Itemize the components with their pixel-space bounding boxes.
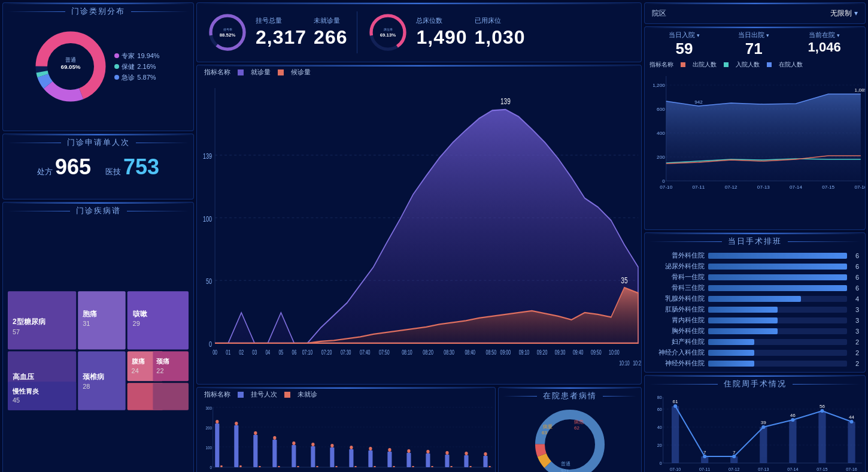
svg-text:09:10: 09:10 <box>519 349 530 356</box>
svg-text:07:30: 07:30 <box>341 349 351 356</box>
svg-text:28: 28 <box>83 383 90 390</box>
svg-rect-136 <box>450 466 453 467</box>
surgery-bar-fill <box>708 307 778 313</box>
svg-rect-100 <box>278 466 280 467</box>
waiting-legend-sq <box>278 69 284 75</box>
svg-text:07:40: 07:40 <box>360 349 371 356</box>
surgery-bar-bg <box>708 307 847 313</box>
legend-health-dot <box>114 64 119 69</box>
svg-text:88.52%: 88.52% <box>220 32 236 38</box>
admit-trend-label: 入院人数 <box>736 60 760 69</box>
registration-gauge-section: 挂号率 88.52% 挂号总量 2,317 未就诊量 266 <box>197 11 357 53</box>
svg-text:0: 0 <box>209 340 212 348</box>
discharge-label[interactable]: 当日出院 <box>738 31 769 40</box>
svg-text:300: 300 <box>206 406 213 410</box>
svg-text:08:20: 08:20 <box>423 349 433 356</box>
svg-rect-88 <box>220 465 223 467</box>
svg-text:病危: 病危 <box>574 419 584 425</box>
region-selector[interactable]: 无限制 ▾ <box>830 8 858 19</box>
surgery-row: 泌尿外科住院 6 <box>651 262 859 271</box>
svg-text:62: 62 <box>574 425 579 431</box>
svg-text:942: 942 <box>694 99 703 105</box>
svg-rect-124 <box>393 466 395 467</box>
svg-point-93 <box>235 422 238 425</box>
svg-rect-104 <box>297 466 299 467</box>
surgery-value: 2 <box>851 349 859 356</box>
svg-rect-116 <box>354 466 357 467</box>
surgery-value: 6 <box>851 263 859 270</box>
admit-label[interactable]: 当日入院 <box>669 31 700 40</box>
surgery-row: 乳腺外科住院 4 <box>651 294 859 303</box>
surgery-value: 6 <box>851 285 859 292</box>
discharge-sq <box>681 62 685 67</box>
medical-value: 753 <box>123 155 159 180</box>
main-chart-legend: 指标名称 就诊量 候诊量 <box>197 65 641 79</box>
visit-legend-label: 就诊量 <box>251 68 271 77</box>
surgery-name: 乳腺外科住院 <box>651 294 705 303</box>
svg-point-137 <box>445 451 448 455</box>
top-stats-panel: 挂号率 88.52% 挂号总量 2,317 未就诊量 266 <box>196 2 642 62</box>
svg-text:100: 100 <box>203 214 212 223</box>
svg-text:06: 06 <box>292 349 297 356</box>
svg-text:139: 139 <box>500 96 511 107</box>
svg-rect-87 <box>215 423 219 467</box>
surgery-value: 3 <box>851 317 859 324</box>
medical-stat: 医技 753 <box>105 155 159 180</box>
surgery-value: 2 <box>851 338 859 346</box>
inpatient-disease-title: 在院患者病情 <box>537 391 603 401</box>
reg-total-label: 挂号总量 <box>256 16 306 25</box>
svg-text:10:10: 10:10 <box>619 360 630 367</box>
svg-text:57: 57 <box>13 328 20 335</box>
inpatient-stats-row: 当日入院 59 当日出院 71 当前在院 1,046 <box>645 27 865 59</box>
surgery-title: 当日手术排班 <box>722 236 788 247</box>
svg-text:07-14: 07-14 <box>787 467 798 471</box>
svg-rect-143 <box>483 456 487 467</box>
svg-text:24: 24 <box>132 367 139 374</box>
svg-rect-28 <box>153 351 189 381</box>
svg-text:69.13%: 69.13% <box>380 32 396 38</box>
svg-text:139: 139 <box>203 152 212 160</box>
svg-text:腹痛: 腹痛 <box>131 358 145 365</box>
legend-expert-label: 专家 <box>122 52 135 60</box>
svg-text:09:20: 09:20 <box>537 349 548 356</box>
inpatient-label[interactable]: 当前在院 <box>808 31 841 40</box>
svg-text:病重: 病重 <box>543 424 553 429</box>
inpatient-trend-chart: 0 200 400 600 1,200 942 1,089 07-10 <box>645 70 865 202</box>
svg-text:0: 0 <box>660 461 662 465</box>
donut-legend: 专家 19.94% 保健 2.16% 急诊 5.87% <box>114 52 159 82</box>
svg-point-113 <box>330 444 333 447</box>
legend-emergency: 急诊 5.87% <box>114 73 159 82</box>
medical-label: 医技 <box>105 167 121 177</box>
dropdown-icon[interactable]: ▾ <box>854 9 858 17</box>
svg-text:颈椎病: 颈椎病 <box>82 373 104 381</box>
inpatient-value: 1,046 <box>808 40 841 55</box>
svg-text:05: 05 <box>278 349 283 356</box>
svg-point-97 <box>254 431 257 435</box>
disease-title-bar: 门诊疾病谱 <box>3 202 193 218</box>
surgery-name: 神经外科住院 <box>651 359 705 368</box>
svg-text:60: 60 <box>657 407 662 412</box>
surgery-bar-fill <box>708 296 801 302</box>
registration-gauge: 挂号率 88.52% <box>207 11 248 53</box>
svg-rect-123 <box>387 452 391 467</box>
svg-point-141 <box>465 452 468 455</box>
svg-text:01: 01 <box>226 349 230 356</box>
reg-waiting-label: 未就诊量 <box>314 16 347 25</box>
svg-text:69.05%: 69.05% <box>61 63 81 70</box>
surgery-bar-fill <box>708 350 754 356</box>
svg-text:02: 02 <box>239 349 244 356</box>
inpatient-disease-title-bar: 在院患者病情 <box>499 388 641 403</box>
discharge-stat: 当日出院 71 <box>738 31 769 58</box>
admit-stat: 当日入院 59 <box>669 31 700 58</box>
svg-text:09:50: 09:50 <box>591 349 602 356</box>
surgery-bar-bg <box>708 274 847 280</box>
inpatient-trend-panel: 当日入院 59 当日出院 71 当前在院 1,046 指标名称 出院人数 入院人… <box>644 26 866 230</box>
svg-text:46: 46 <box>790 413 796 418</box>
admit-sq <box>724 62 729 67</box>
bottom-bar-svg: 0 100 200 300 消化内... 妇科 <box>197 401 495 472</box>
svg-text:50: 50 <box>206 277 212 285</box>
inpatient-disease-content: 病重 63 病危 62 普通 921 <box>499 403 641 472</box>
svg-text:08:50: 08:50 <box>486 349 497 356</box>
svg-text:07-16: 07-16 <box>854 184 865 190</box>
legend-health: 保健 2.16% <box>114 62 159 71</box>
